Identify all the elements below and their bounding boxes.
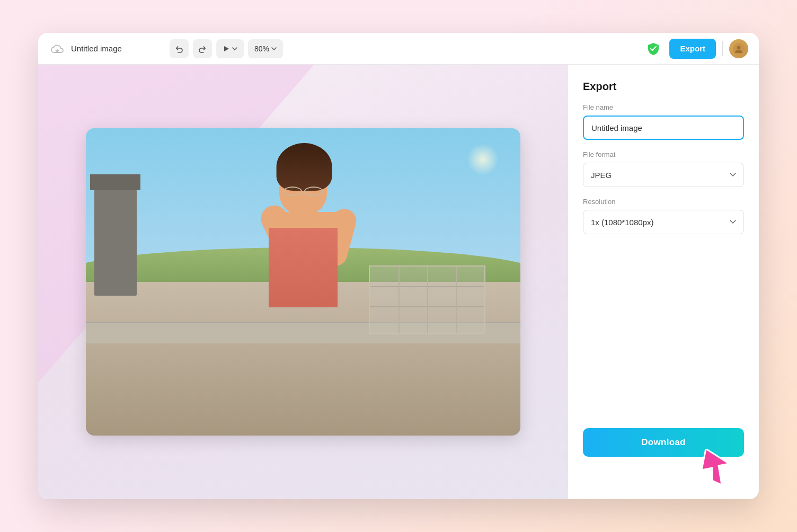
file-name-group: File name xyxy=(583,103,744,140)
file-name-input[interactable] xyxy=(583,116,744,140)
resolution-label: Resolution xyxy=(583,198,744,206)
fence xyxy=(369,265,485,334)
building-top xyxy=(90,174,140,190)
resolution-select[interactable]: 1x (1080*1080px) 2x (2160*2160px) 3x (32… xyxy=(583,210,744,234)
play-button[interactable] xyxy=(216,39,244,58)
svg-marker-3 xyxy=(702,449,729,485)
main-content: Export File name File format JPEG PNG We… xyxy=(38,65,759,499)
cursor-arrow xyxy=(702,449,733,486)
zoom-value: 80% xyxy=(254,45,269,53)
app-window: Untitled image xyxy=(38,33,759,499)
canvas-area xyxy=(38,65,568,499)
toolbar-left: Untitled image xyxy=(49,39,637,58)
file-name-label: File name xyxy=(583,103,744,111)
export-label: Export xyxy=(680,44,705,53)
avatar[interactable] xyxy=(729,39,748,58)
main-image xyxy=(86,128,520,436)
file-format-group: File format JPEG PNG WebP SVG xyxy=(583,150,744,187)
brand-shield-icon xyxy=(644,39,663,58)
building-left xyxy=(94,190,137,296)
toolbar-divider xyxy=(722,41,723,56)
toolbar-right: Export xyxy=(644,39,748,59)
sun-glare xyxy=(467,144,499,175)
file-format-select[interactable]: JPEG PNG WebP SVG xyxy=(583,163,744,187)
download-label: Download xyxy=(641,437,686,447)
document-title: Untitled image xyxy=(71,44,122,53)
download-wrapper: Download xyxy=(583,423,744,457)
redo-button[interactable] xyxy=(193,39,212,58)
file-format-label: File format xyxy=(583,150,744,158)
person xyxy=(229,148,377,350)
zoom-selector[interactable]: 80% xyxy=(248,39,283,58)
photo-scene xyxy=(86,128,520,436)
toolbar-actions: 80% xyxy=(170,39,283,58)
panel-spacer xyxy=(583,245,744,412)
undo-button[interactable] xyxy=(170,39,189,58)
resolution-group: Resolution 1x (1080*1080px) 2x (2160*216… xyxy=(583,198,744,234)
file-format-wrapper: JPEG PNG WebP SVG xyxy=(583,163,744,187)
svg-point-1 xyxy=(737,46,741,49)
resolution-wrapper: 1x (1080*1080px) 2x (2160*2160px) 3x (32… xyxy=(583,210,744,234)
toolbar: Untitled image xyxy=(38,33,759,65)
export-button[interactable]: Export xyxy=(669,39,716,59)
cloud-save-icon xyxy=(49,40,66,57)
panel-title: Export xyxy=(583,81,744,93)
export-panel: Export File name File format JPEG PNG We… xyxy=(568,65,759,499)
